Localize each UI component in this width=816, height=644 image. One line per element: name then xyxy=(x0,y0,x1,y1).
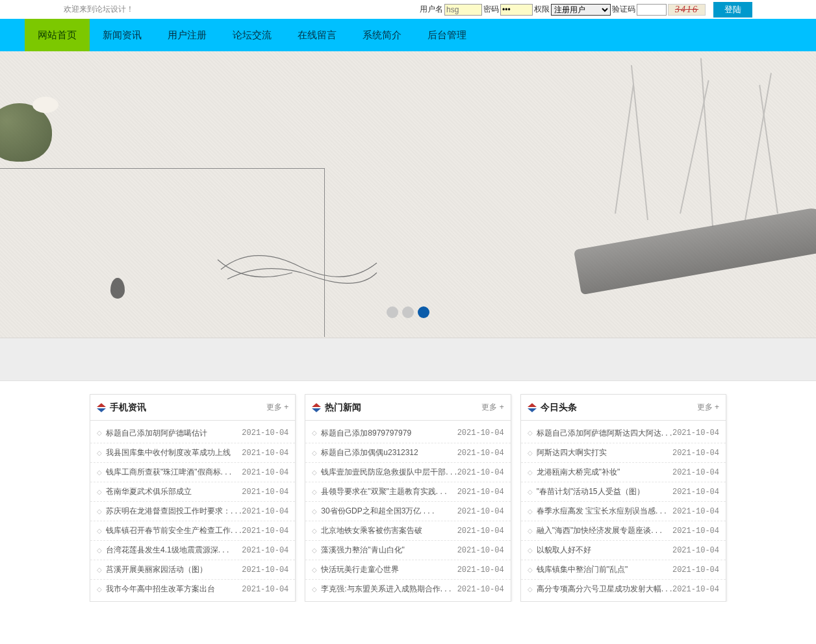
more-link[interactable]: 更多 + xyxy=(266,402,288,413)
list-item-date: 2021-10-04 xyxy=(242,507,288,516)
bullet-icon: ◇ xyxy=(528,451,533,456)
carousel-dot[interactable] xyxy=(387,306,398,318)
list-item-title[interactable]: 钱库镇召开春节前安全生产检查工作. . . xyxy=(106,525,242,536)
news-card: 今日头条更多 +◇标题自己添加阿萨德阿斯达四大阿达. . .2021-10-04… xyxy=(520,394,726,602)
list-item-title[interactable]: 春季水痘高发 宝宝长水痘别误当感. . . xyxy=(537,506,672,517)
bullet-icon: ◇ xyxy=(97,430,102,436)
list-item-title[interactable]: 县领导要求在"双聚"主题教育实践. . . xyxy=(321,486,457,497)
bullet-icon: ◇ xyxy=(312,430,317,436)
list-item-date: 2021-10-04 xyxy=(457,546,504,555)
news-card: 热门新闻更多 +◇标题自己添加89797979792021-10-04◇标题自己… xyxy=(305,394,511,602)
list-item-title[interactable]: 北京地铁女乘客被伤害案告破 xyxy=(321,525,457,536)
nav-item[interactable]: 后台管理 xyxy=(414,19,479,51)
bullet-icon: ◇ xyxy=(97,489,102,495)
list-item: ◇标题自己添加胡阿萨德噶估计2021-10-04 xyxy=(90,423,295,443)
nav-item[interactable]: 论坛交流 xyxy=(220,19,285,51)
list-item-title[interactable]: 阿斯达四大啊实打实 xyxy=(537,447,672,458)
card-list: ◇标题自己添加阿萨德阿斯达四大阿达. . .2021-10-04◇阿斯达四大啊实… xyxy=(521,421,726,601)
list-item-title[interactable]: 融入"海西"加快经济发展专题座谈. . . xyxy=(537,525,672,536)
nav-item[interactable]: 在线留言 xyxy=(285,19,350,51)
bullet-icon: ◇ xyxy=(312,567,317,573)
username-input[interactable] xyxy=(444,4,482,16)
list-item: ◇台湾花莲县发生4.1级地震震源深. . .2021-10-04 xyxy=(90,540,295,560)
login-button[interactable]: 登陆 xyxy=(713,2,752,18)
list-item-title[interactable]: 以貌取人好不好 xyxy=(537,545,672,556)
more-link[interactable]: 更多 + xyxy=(481,402,504,413)
more-link[interactable]: 更多 + xyxy=(697,402,719,413)
list-item-date: 2021-10-04 xyxy=(672,546,719,555)
list-item-date: 2021-10-04 xyxy=(457,507,504,516)
list-item: ◇苍南华夏武术俱乐部成立2021-10-04 xyxy=(90,482,295,501)
list-item-date: 2021-10-04 xyxy=(242,546,288,555)
list-item-title[interactable]: 龙港瓯南大桥完成"补妆" xyxy=(537,467,672,478)
list-item: ◇钱库镇集中整治门前"乱点"2021-10-04 xyxy=(521,560,726,579)
carousel-dots xyxy=(387,306,429,318)
list-item: ◇李克强:与东盟关系进入成熟期合作. . .2021-10-04 xyxy=(305,579,510,599)
bullet-icon: ◇ xyxy=(312,548,317,553)
card-header: 今日头条更多 + xyxy=(521,395,726,421)
bullet-icon: ◇ xyxy=(97,587,102,592)
bullet-icon: ◇ xyxy=(528,489,533,495)
list-item: ◇30省份GDP之和超全国3万亿 . . .2021-10-04 xyxy=(305,501,510,521)
password-input[interactable] xyxy=(500,4,533,16)
bullet-icon: ◇ xyxy=(97,451,102,456)
carousel-dot[interactable] xyxy=(402,306,414,318)
banner-carousel xyxy=(0,51,816,338)
captcha-input[interactable] xyxy=(637,4,667,16)
list-item-date: 2021-10-04 xyxy=(457,468,504,477)
top-bar: 欢迎来到论坛设计！ 用户名 密码 权限 注册用户 验证码 3416 登陆 xyxy=(0,0,816,19)
nav-item[interactable]: 系统简介 xyxy=(350,19,414,51)
list-item: ◇钱库壹加壹民防应急救援队中层干部. . .2021-10-04 xyxy=(305,462,510,482)
list-item: ◇苏庆明在龙港督查固投工作时要求：. . .2021-10-04 xyxy=(90,501,295,521)
list-item-title[interactable]: "春苗计划"活动15人受益（图） xyxy=(537,486,672,497)
list-item-title[interactable]: 钱库工商所查获"珠江啤酒"假商标. . . xyxy=(106,467,242,478)
list-item-title[interactable]: 藻溪强力整治"青山白化" xyxy=(321,545,457,556)
nav-item[interactable]: 新闻资讯 xyxy=(90,19,155,51)
bullet-icon: ◇ xyxy=(312,451,317,456)
list-item-title[interactable]: 标题自己添加偶偶u2312312 xyxy=(321,447,457,458)
list-item: ◇县领导要求在"双聚"主题教育实践. . .2021-10-04 xyxy=(305,482,510,501)
list-item-date: 2021-10-04 xyxy=(242,585,288,594)
list-item-date: 2021-10-04 xyxy=(672,468,719,477)
list-item-title[interactable]: 我县国库集中收付制度改革成功上线 xyxy=(106,447,242,458)
password-label: 密码 xyxy=(483,4,499,15)
news-card: 手机资讯更多 +◇标题自己添加胡阿萨德噶估计2021-10-04◇我县国库集中收… xyxy=(90,394,296,602)
list-item-title[interactable]: 30省份GDP之和超全国3万亿 . . . xyxy=(321,506,457,517)
list-item: ◇标题自己添加阿萨德阿斯达四大阿达. . .2021-10-04 xyxy=(521,423,726,443)
role-label: 权限 xyxy=(534,4,550,15)
list-item-title[interactable]: 高分专项高分六号卫星成功发射大幅. . . xyxy=(537,584,672,595)
diamond-icon xyxy=(312,403,321,412)
list-item-date: 2021-10-04 xyxy=(242,488,288,497)
card-title: 热门新闻 xyxy=(325,402,361,414)
list-item: ◇标题自己添加偶偶u23123122021-10-04 xyxy=(305,443,510,462)
list-item-title[interactable]: 快活玩美行走童心世界 xyxy=(321,564,457,575)
bullet-icon: ◇ xyxy=(528,587,533,592)
bullet-icon: ◇ xyxy=(312,587,317,592)
list-item-title[interactable]: 莒溪开展美丽家园活动（图） xyxy=(106,564,242,575)
nav-item[interactable]: 网站首页 xyxy=(25,19,90,51)
list-item-title[interactable]: 标题自己添加阿萨德阿斯达四大阿达. . . xyxy=(537,428,672,439)
list-item-title[interactable]: 标题自己添加8979797979 xyxy=(321,428,457,439)
bullet-icon: ◇ xyxy=(528,509,533,514)
list-item-date: 2021-10-04 xyxy=(457,449,504,458)
list-item-title[interactable]: 我市今年高中招生改革方案出台 xyxy=(106,584,242,595)
bullet-icon: ◇ xyxy=(97,548,102,553)
role-select[interactable]: 注册用户 xyxy=(551,4,611,16)
list-item: ◇标题自己添加89797979792021-10-04 xyxy=(305,423,510,443)
list-item-title[interactable]: 钱库壹加壹民防应急救援队中层干部. . . xyxy=(321,467,457,478)
list-item-date: 2021-10-04 xyxy=(457,565,504,575)
bullet-icon: ◇ xyxy=(312,528,317,534)
list-item-title[interactable]: 李克强:与东盟关系进入成熟期合作. . . xyxy=(321,584,457,595)
card-title: 手机资讯 xyxy=(110,402,146,414)
list-item-title[interactable]: 钱库镇集中整治门前"乱点" xyxy=(537,564,672,575)
list-item-title[interactable]: 苍南华夏武术俱乐部成立 xyxy=(106,486,242,497)
list-item-title[interactable]: 标题自己添加胡阿萨德噶估计 xyxy=(106,428,242,439)
list-item-title[interactable]: 台湾花莲县发生4.1级地震震源深. . . xyxy=(106,545,242,556)
nav-item[interactable]: 用户注册 xyxy=(155,19,220,51)
list-item-title[interactable]: 苏庆明在龙港督查固投工作时要求：. . . xyxy=(106,506,242,517)
list-item: ◇北京地铁女乘客被伤害案告破2021-10-04 xyxy=(305,521,510,540)
captcha-image[interactable]: 3416 xyxy=(668,4,706,16)
list-item-date: 2021-10-04 xyxy=(242,428,288,438)
carousel-dot[interactable] xyxy=(418,306,429,318)
list-item: ◇春季水痘高发 宝宝长水痘别误当感. . .2021-10-04 xyxy=(521,501,726,521)
